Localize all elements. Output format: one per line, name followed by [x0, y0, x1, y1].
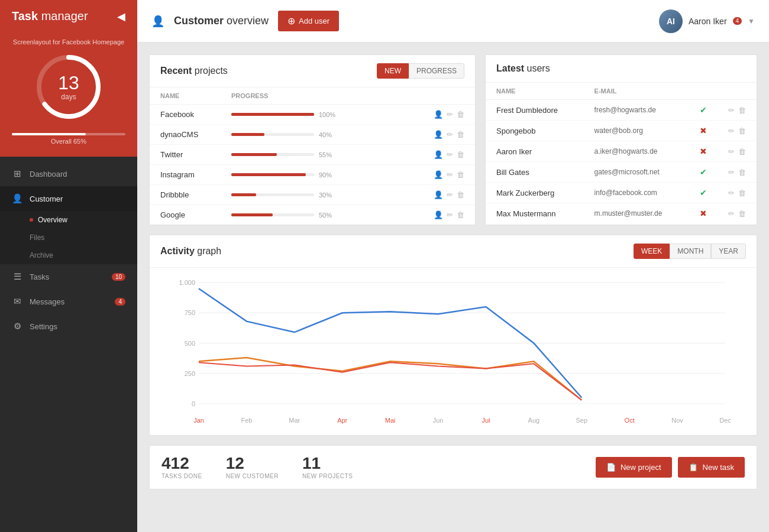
user-email-cell: a.iker@hogwarts.de	[584, 141, 689, 162]
plus-icon: ⊕	[287, 15, 295, 27]
recent-projects-panel: Recent projects NEW PROGRESS NAME PROGRE…	[149, 54, 476, 225]
latest-users-panel: Latest users NAME E-MAIL Frest Dumbledor…	[485, 54, 757, 225]
user-name-cell: Max Mustermann	[486, 203, 584, 224]
delete-action-icon[interactable]: 🗑	[457, 190, 464, 199]
user-actions: ✏ 🗑	[718, 183, 757, 203]
customer-icon: 👤	[12, 193, 22, 204]
project-progress: 55%	[221, 145, 423, 165]
sidebar-item-messages[interactable]: ✉ Messages 4	[0, 289, 137, 314]
user-action-icon[interactable]: 👤	[434, 150, 443, 159]
delete-action-icon[interactable]: 🗑	[457, 110, 464, 119]
main-content: 👤 Customer overview ⊕ Add user AI Aaron …	[137, 0, 769, 532]
user-delete-icon[interactable]: 🗑	[738, 209, 746, 218]
stats-footer: 412 TASKS DONE 12 NEW CUSTOMER 11 NEW PR…	[149, 445, 757, 489]
action-buttons: 👤 ✏ 🗑	[434, 170, 464, 179]
delete-action-icon[interactable]: 🗑	[457, 150, 464, 159]
delete-action-icon[interactable]: 🗑	[457, 130, 464, 139]
project-progress: 30%	[221, 185, 423, 205]
new-projects-label: NEW PROJECTS	[302, 473, 353, 479]
user-delete-icon[interactable]: 🗑	[738, 168, 746, 177]
overall-fill	[12, 133, 86, 135]
sidebar-item-dashboard[interactable]: ⊞ Dashboard	[0, 161, 137, 186]
topbar-right: AI Aaron Iker 4 ▼	[659, 9, 755, 33]
user-edit-icon[interactable]: ✏	[728, 209, 735, 218]
sidebar-item-settings[interactable]: ⚙ Settings	[0, 314, 137, 339]
status-check-icon: ✔	[700, 105, 707, 115]
sidebar-item-overview[interactable]: Overview	[0, 211, 137, 229]
table-row: Spongebob water@bob.org ✖ ✏ 🗑	[486, 121, 757, 141]
user-edit-icon[interactable]: ✏	[728, 189, 735, 197]
sidebar-item-tasks[interactable]: ☰ Tasks 10	[0, 264, 137, 289]
edit-action-icon[interactable]: ✏	[447, 170, 453, 179]
new-task-button[interactable]: 📋 New task	[678, 457, 745, 478]
edit-action-icon[interactable]: ✏	[447, 190, 453, 199]
edit-action-icon[interactable]: ✏	[447, 130, 453, 139]
user-edit-icon[interactable]: ✏	[728, 147, 735, 156]
countdown-label: Screenlayout for Facebook Homepage	[13, 38, 124, 46]
stat-tasks-done: 412 TASKS DONE	[161, 455, 202, 479]
table-row: dynaoCMS 40% 👤 ✏ 🗑	[150, 125, 475, 145]
delete-action-icon[interactable]: 🗑	[457, 210, 464, 219]
sidebar-item-files[interactable]: Files	[0, 229, 137, 246]
user-action-icon[interactable]: 👤	[434, 210, 443, 219]
new-project-label: New project	[621, 463, 661, 472]
tab-progress[interactable]: PROGRESS	[409, 63, 464, 79]
edit-action-icon[interactable]: ✏	[447, 150, 453, 159]
user-status-cell: ✔	[689, 100, 718, 121]
overview-label: Overview	[38, 216, 67, 224]
user-action-icon[interactable]: 👤	[434, 190, 443, 199]
user-edit-icon[interactable]: ✏	[728, 168, 735, 177]
users-table: NAME E-MAIL Frest Dumbledore fresh@hogwa…	[486, 83, 757, 223]
user-delete-icon[interactable]: 🗑	[738, 189, 746, 197]
user-action-icon[interactable]: 👤	[434, 110, 443, 119]
table-row: Facebook 100% 👤 ✏ 🗑	[150, 105, 475, 125]
user-status-cell: ✖	[689, 121, 718, 141]
project-progress: 50%	[221, 205, 423, 225]
user-name-cell: Mark Zuckerberg	[486, 183, 584, 203]
user-action-icon[interactable]: 👤	[434, 130, 443, 139]
new-customer-number: 12	[226, 455, 279, 472]
user-avatar: AI	[659, 9, 683, 33]
edit-action-icon[interactable]: ✏	[447, 110, 453, 119]
sidebar-item-archive[interactable]: Archive	[0, 246, 137, 264]
table-row: Mark Zuckerberg info@facebook.com ✔ ✏ 🗑	[486, 183, 757, 203]
user-delete-icon[interactable]: 🗑	[738, 106, 746, 115]
activity-title: Activity graph	[160, 246, 221, 257]
edit-action-icon[interactable]: ✏	[447, 210, 453, 219]
user-actions: ✏ 🗑	[718, 162, 757, 183]
table-row: Bill Gates gates@microsoft.net ✔ ✏ 🗑	[486, 162, 757, 183]
settings-icon: ⚙	[12, 321, 22, 332]
user-edit-icon[interactable]: ✏	[728, 126, 735, 135]
tab-month[interactable]: MONTH	[670, 244, 711, 259]
sidebar-collapse-button[interactable]: ◀	[117, 10, 125, 23]
progress-pct: 100%	[319, 111, 335, 118]
user-email-cell: fresh@hogwarts.de	[584, 100, 689, 121]
user-menu-chevron[interactable]: ▼	[748, 17, 755, 25]
delete-action-icon[interactable]: 🗑	[457, 170, 464, 179]
user-delete-icon[interactable]: 🗑	[738, 126, 746, 135]
progress-fill	[231, 113, 314, 116]
new-project-button[interactable]: 📄 New project	[596, 457, 672, 478]
sidebar-label-settings: Settings	[30, 322, 57, 331]
add-user-button[interactable]: ⊕ Add user	[278, 11, 339, 31]
tab-year[interactable]: YEAR	[711, 244, 746, 259]
user-status-cell: ✔	[689, 183, 718, 203]
sidebar-label-messages: Messages	[30, 297, 64, 306]
tab-new[interactable]: NEW	[377, 63, 409, 79]
sidebar-header: Task manager ◀	[0, 0, 137, 33]
tab-week[interactable]: WEEK	[634, 244, 670, 259]
user-status-cell: ✔	[689, 162, 718, 183]
user-action-buttons: ✏ 🗑	[728, 189, 746, 197]
dashboard-icon: ⊞	[12, 168, 22, 179]
user-action-icon[interactable]: 👤	[434, 170, 443, 179]
svg-text:Apr: Apr	[337, 417, 347, 424]
user-edit-icon[interactable]: ✏	[728, 106, 735, 115]
progress-fill	[231, 133, 264, 136]
sidebar-item-customer[interactable]: 👤 Customer	[0, 186, 137, 211]
progress-bar	[231, 133, 314, 136]
action-buttons: 👤 ✏ 🗑	[434, 110, 464, 119]
svg-text:0: 0	[192, 400, 195, 407]
page-title-bold: Customer	[174, 15, 224, 27]
user-delete-icon[interactable]: 🗑	[738, 147, 746, 156]
svg-text:Sep: Sep	[576, 417, 587, 424]
